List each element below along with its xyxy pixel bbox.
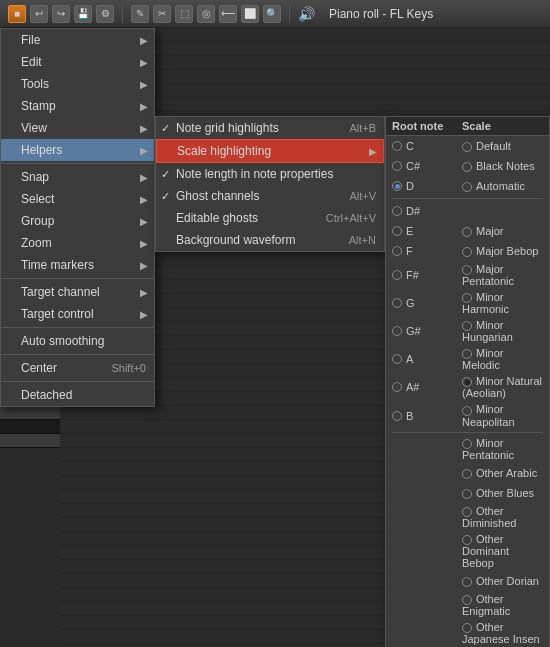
submenu-note-grid[interactable]: ✓ Note grid highlights Alt+B bbox=[156, 117, 384, 139]
root-radio[interactable] bbox=[392, 411, 402, 421]
scale-radio[interactable] bbox=[462, 469, 472, 479]
menu-item-target-control[interactable]: Target control ▶ bbox=[1, 303, 154, 325]
scale-radio[interactable] bbox=[462, 623, 472, 633]
root-label: C# bbox=[406, 160, 420, 172]
scale-row[interactable]: Other Dominant Bebop bbox=[386, 531, 549, 571]
submenu-scale-highlighting[interactable]: Scale highlighting ▶ bbox=[156, 139, 384, 163]
scale-row[interactable]: D# bbox=[386, 201, 549, 221]
scale-row[interactable]: Other Japanese Insen bbox=[386, 619, 549, 647]
tool5-icon[interactable]: ⟵ bbox=[219, 5, 237, 23]
scale-row[interactable]: Other Diminished bbox=[386, 503, 549, 531]
root-label: G bbox=[406, 297, 415, 309]
root-radio[interactable] bbox=[392, 181, 402, 191]
scale-radio[interactable] bbox=[462, 227, 472, 237]
scale-row[interactable]: Other Enigmatic bbox=[386, 591, 549, 619]
scale-radio[interactable] bbox=[462, 162, 472, 172]
menu-item-file[interactable]: File ▶ bbox=[1, 29, 154, 51]
scale-radio[interactable] bbox=[462, 507, 472, 517]
main-area: D5 File ▶ Edit ▶ Tools ▶ Stamp ▶ View ▶ … bbox=[0, 28, 550, 647]
root-label: A bbox=[406, 353, 413, 365]
tool1-icon[interactable]: ✎ bbox=[131, 5, 149, 23]
scale-header: Scale bbox=[462, 120, 543, 132]
menu-item-snap[interactable]: Snap ▶ bbox=[1, 166, 154, 188]
submenu-editable-ghosts[interactable]: Editable ghosts Ctrl+Alt+V bbox=[156, 207, 384, 229]
root-radio[interactable] bbox=[392, 354, 402, 364]
scale-row[interactable]: GMinor Harmonic bbox=[386, 289, 549, 317]
tool3-icon[interactable]: ⬚ bbox=[175, 5, 193, 23]
scale-radio[interactable] bbox=[462, 321, 472, 331]
root-radio[interactable] bbox=[392, 298, 402, 308]
menu-item-stamp[interactable]: Stamp ▶ bbox=[1, 95, 154, 117]
scale-row[interactable]: A#Minor Natural (Aeolian) bbox=[386, 373, 549, 401]
root-radio[interactable] bbox=[392, 246, 402, 256]
scale-radio[interactable] bbox=[462, 142, 472, 152]
menu-item-tools[interactable]: Tools ▶ bbox=[1, 73, 154, 95]
scale-row[interactable]: CDefault bbox=[386, 136, 549, 156]
tool6-icon[interactable]: ⬜ bbox=[241, 5, 259, 23]
submenu-background-waveform[interactable]: Background waveform Alt+N bbox=[156, 229, 384, 251]
piano-key-27 bbox=[0, 406, 60, 420]
menu-item-time-markers[interactable]: Time markers ▶ bbox=[1, 254, 154, 276]
arrow-icon: ▶ bbox=[140, 145, 148, 156]
scale-radio[interactable] bbox=[462, 265, 472, 275]
settings-icon[interactable]: ⚙ bbox=[96, 5, 114, 23]
scale-radio[interactable] bbox=[462, 406, 472, 416]
undo-icon[interactable]: ↩ bbox=[30, 5, 48, 23]
tool2-icon[interactable]: ✂ bbox=[153, 5, 171, 23]
scale-radio[interactable] bbox=[462, 349, 472, 359]
menu-item-center[interactable]: Center Shift+0 bbox=[1, 357, 154, 379]
menu-item-helpers[interactable]: Helpers ▶ bbox=[1, 139, 154, 161]
scale-radio[interactable] bbox=[462, 439, 472, 449]
scale-radio[interactable] bbox=[462, 535, 472, 545]
tool7-icon[interactable]: 🔍 bbox=[263, 5, 281, 23]
menu-item-detached[interactable]: Detached bbox=[1, 384, 154, 406]
scale-radio[interactable] bbox=[462, 377, 472, 387]
arrow-icon: ▶ bbox=[369, 146, 377, 157]
scale-row[interactable]: C#Black Notes bbox=[386, 156, 549, 176]
root-radio[interactable] bbox=[392, 270, 402, 280]
scale-row[interactable]: Other Dorian bbox=[386, 571, 549, 591]
scale-radio[interactable] bbox=[462, 577, 472, 587]
titlebar-icons: ■ ↩ ↪ 💾 ⚙ ✎ ✂ ⬚ ◎ ⟵ ⬜ 🔍 🔊 bbox=[8, 5, 315, 23]
root-label: B bbox=[406, 410, 413, 422]
scale-row[interactable]: DAutomatic bbox=[386, 176, 549, 196]
scale-label: Major bbox=[476, 225, 504, 237]
scale-radio[interactable] bbox=[462, 595, 472, 605]
root-radio[interactable] bbox=[392, 141, 402, 151]
scale-row[interactable]: Other Blues bbox=[386, 483, 549, 503]
menu-item-view[interactable]: View ▶ bbox=[1, 117, 154, 139]
root-radio[interactable] bbox=[392, 382, 402, 392]
scale-label: Automatic bbox=[476, 180, 525, 192]
root-radio[interactable] bbox=[392, 161, 402, 171]
scale-row[interactable]: FMajor Bebop bbox=[386, 241, 549, 261]
scale-label: Other Dorian bbox=[476, 575, 539, 587]
root-radio[interactable] bbox=[392, 206, 402, 216]
arrow-icon: ▶ bbox=[140, 216, 148, 227]
scale-row[interactable]: G#Minor Hungarian bbox=[386, 317, 549, 345]
scale-row[interactable]: AMinor Melodic bbox=[386, 345, 549, 373]
scale-row[interactable]: Minor Pentatonic bbox=[386, 435, 549, 463]
piano-key-28 bbox=[0, 420, 60, 434]
scale-row[interactable]: EMajor bbox=[386, 221, 549, 241]
scale-radio[interactable] bbox=[462, 182, 472, 192]
menu-item-select[interactable]: Select ▶ bbox=[1, 188, 154, 210]
tool4-icon[interactable]: ◎ bbox=[197, 5, 215, 23]
arrow-icon: ▶ bbox=[140, 57, 148, 68]
scale-row[interactable]: F#Major Pentatonic bbox=[386, 261, 549, 289]
submenu-ghost-channels[interactable]: ✓ Ghost channels Alt+V bbox=[156, 185, 384, 207]
menu-item-edit[interactable]: Edit ▶ bbox=[1, 51, 154, 73]
root-radio[interactable] bbox=[392, 326, 402, 336]
menu-item-auto-smoothing[interactable]: Auto smoothing bbox=[1, 330, 154, 352]
menu-item-group[interactable]: Group ▶ bbox=[1, 210, 154, 232]
scale-radio[interactable] bbox=[462, 293, 472, 303]
save-icon[interactable]: 💾 bbox=[74, 5, 92, 23]
scale-radio[interactable] bbox=[462, 247, 472, 257]
menu-item-target-channel[interactable]: Target channel ▶ bbox=[1, 281, 154, 303]
root-radio[interactable] bbox=[392, 226, 402, 236]
scale-row[interactable]: Other Arabic bbox=[386, 463, 549, 483]
scale-radio[interactable] bbox=[462, 489, 472, 499]
scale-row[interactable]: BMinor Neapolitan bbox=[386, 401, 549, 429]
redo-icon[interactable]: ↪ bbox=[52, 5, 70, 23]
menu-item-zoom[interactable]: Zoom ▶ bbox=[1, 232, 154, 254]
submenu-note-length[interactable]: ✓ Note length in note properties bbox=[156, 163, 384, 185]
